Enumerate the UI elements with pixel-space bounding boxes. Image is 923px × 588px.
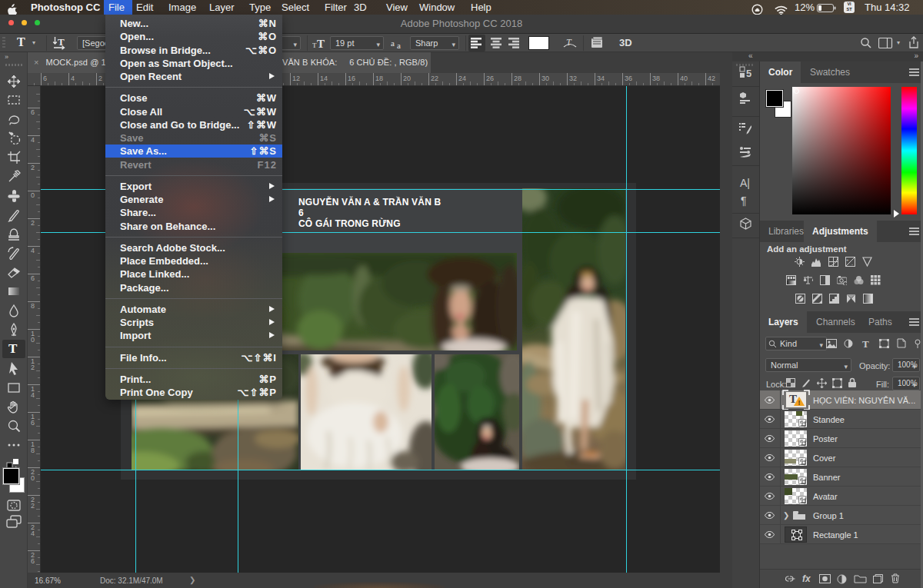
svg-text:T: T (58, 36, 65, 48)
svg-text:5: 5 (746, 68, 751, 78)
svg-text:+: + (846, 257, 849, 262)
svg-text:T: T (317, 38, 325, 49)
svg-text:T: T (566, 37, 572, 48)
svg-text:-: - (851, 262, 853, 267)
svg-text:a: a (397, 41, 401, 49)
svg-text:a: a (391, 38, 395, 48)
